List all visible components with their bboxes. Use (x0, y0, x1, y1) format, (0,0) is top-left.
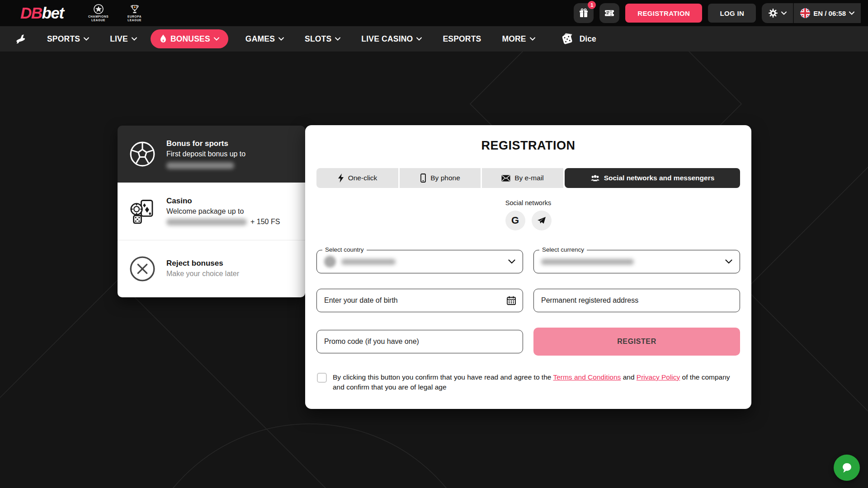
terms-and-conditions-link[interactable]: Terms and Conditions (553, 373, 621, 381)
promo-register-row: REGISTER (316, 328, 740, 356)
masked-currency-value (541, 259, 634, 265)
promo-code-input[interactable] (316, 330, 523, 353)
tab-social-networks[interactable]: Social networks and messengers (565, 168, 740, 188)
chevron-down-icon (849, 11, 854, 15)
dice-label: Dice (580, 34, 596, 44)
telegram-icon (537, 216, 546, 225)
logo-bet: bet (42, 4, 64, 22)
bonus-card-subtitle: Make your choice later (166, 269, 239, 279)
topbar-actions: 1 REGISTRATION LOG IN (574, 0, 861, 26)
privacy-policy-link[interactable]: Privacy Policy (637, 373, 680, 381)
envelope-icon (501, 175, 510, 182)
tickets-button[interactable] (599, 3, 619, 23)
telegram-signup-button[interactable] (532, 211, 552, 230)
country-select-label: Select country (322, 246, 367, 253)
bonus-card-title: Casino (166, 197, 280, 206)
date-of-birth-input[interactable] (316, 289, 523, 312)
chevron-down-icon (278, 37, 284, 41)
settings-locale-group: EN / 06:58 (762, 3, 861, 23)
chevron-down-icon (530, 37, 535, 41)
nav-slots[interactable]: SLOTS (305, 34, 340, 44)
masked-bonus-amount (166, 162, 234, 169)
chevron-down-icon (416, 37, 422, 41)
language-time-selector[interactable]: EN / 06:58 (794, 3, 861, 23)
top-bar: DBbet CHAMPIONS LEAGUE EUROPA LEAGUE (0, 0, 868, 26)
site-logo[interactable]: DBbet (20, 4, 64, 22)
nav-esports[interactable]: ESPORTS (443, 34, 481, 44)
aviator-plane-icon[interactable] (14, 33, 29, 44)
europa-league-trophy-icon (129, 4, 140, 15)
chevron-down-icon (781, 11, 787, 15)
tab-label: By phone (430, 174, 460, 182)
locale-label: EN / 06:58 (813, 9, 846, 17)
nav-sports[interactable]: SPORTS (47, 34, 89, 44)
settings-button[interactable] (762, 3, 793, 23)
registration-panel: REGISTRATION One-click By phone By e-mai… (305, 125, 751, 409)
google-icon: G (511, 215, 519, 226)
agreement-part-1: By clicking this button you confirm that… (333, 373, 553, 381)
nav-live[interactable]: LIVE (110, 34, 137, 44)
nav-bonuses-label: BONUSES (170, 34, 210, 44)
currency-select[interactable]: Select currency (533, 250, 740, 273)
tab-one-click[interactable]: One-click (316, 168, 398, 188)
reject-cross-icon (127, 255, 157, 283)
tab-by-phone[interactable]: By phone (400, 168, 481, 188)
nav-bonuses[interactable]: BONUSES (151, 29, 228, 48)
bonus-fs-suffix: + 150 FS (250, 218, 280, 225)
login-button[interactable]: LOG IN (708, 4, 756, 23)
nav-games-label: GAMES (245, 34, 275, 44)
people-group-icon (590, 174, 600, 182)
nav-dice-game[interactable]: Dice (561, 32, 596, 46)
tab-label: By e-mail (514, 174, 544, 182)
bonus-card-casino[interactable]: Casino Welcome package up to + 150 FS (118, 183, 305, 240)
gear-icon (768, 8, 778, 18)
bonus-choice-rail: Bonus for sports First deposit bonus up … (118, 126, 305, 297)
nav-slots-label: SLOTS (305, 34, 331, 44)
gifts-button[interactable]: 1 (574, 3, 594, 23)
social-buttons: G (316, 211, 740, 230)
nav-games[interactable]: GAMES (245, 34, 284, 44)
nav-sports-label: SPORTS (47, 34, 80, 44)
masked-bonus-amount (166, 219, 247, 225)
bonus-card-reject[interactable]: Reject bonuses Make your choice later (118, 240, 305, 297)
dice-icon (561, 32, 574, 46)
terms-checkbox[interactable] (317, 373, 327, 383)
casino-chip-cards-icon (127, 197, 157, 225)
nav-more-label: MORE (502, 34, 526, 44)
chevron-down-icon (84, 37, 89, 41)
bonus-card-sports-text: Bonus for sports First deposit bonus up … (166, 139, 245, 169)
agreement-text: By clicking this button you confirm that… (333, 372, 740, 392)
nav-live-casino-label: LIVE CASINO (361, 34, 413, 44)
chevron-down-icon (132, 37, 137, 41)
country-select[interactable]: Select country (316, 250, 523, 273)
chevron-down-icon (508, 259, 515, 264)
europa-league-label-1: EUROPA (127, 15, 142, 19)
agreement-row: By clicking this button you confirm that… (316, 372, 740, 392)
address-input[interactable] (533, 289, 740, 312)
nav-esports-label: ESPORTS (443, 34, 481, 44)
live-chat-button[interactable] (834, 455, 860, 481)
champions-league-logo: CHAMPIONS LEAGUE (83, 4, 114, 22)
nav-live-label: LIVE (110, 34, 128, 44)
champions-league-label-1: CHAMPIONS (88, 15, 108, 19)
google-signup-button[interactable]: G (505, 211, 525, 230)
inputs-row (316, 289, 740, 312)
uk-flag-icon (800, 8, 810, 18)
register-button[interactable]: REGISTER (533, 328, 740, 356)
bonus-card-reject-text: Reject bonuses Make your choice later (166, 259, 239, 279)
masked-country-flag (324, 256, 336, 267)
logo-db: DB (20, 4, 42, 22)
bonus-card-subtitle: Welcome package up to (166, 207, 280, 216)
bonus-card-subtitle: First deposit bonus up to (166, 150, 245, 159)
registration-button[interactable]: REGISTRATION (625, 4, 702, 23)
bonus-card-casino-text: Casino Welcome package up to + 150 FS (166, 197, 280, 226)
bonus-card-sports[interactable]: Bonus for sports First deposit bonus up … (118, 126, 305, 183)
main-nav: SPORTS LIVE BONUSES GAMES SLOTS LIVE CAS… (0, 26, 868, 52)
nav-live-casino[interactable]: LIVE CASINO (361, 34, 422, 44)
tab-by-email[interactable]: By e-mail (482, 168, 563, 188)
phone-icon (420, 174, 426, 183)
nav-more[interactable]: MORE (502, 34, 535, 44)
champions-league-starball-icon (93, 4, 104, 15)
chat-bubble-icon (840, 461, 853, 474)
europa-league-label-2: LEAGUE (127, 19, 142, 22)
